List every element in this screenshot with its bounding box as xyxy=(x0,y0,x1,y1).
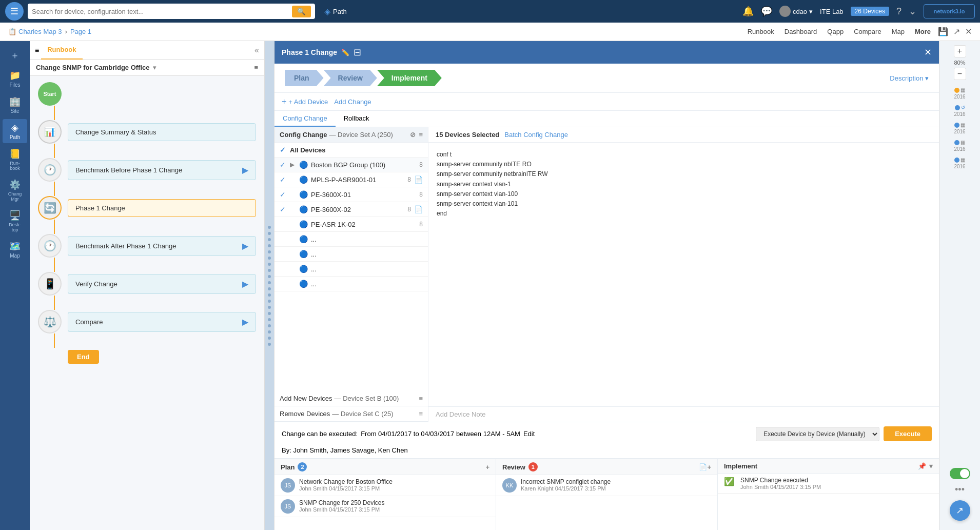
device-row-peasr[interactable]: ✓ 🔵 PE-ASR 1K-02 8 xyxy=(275,217,428,232)
runbook-menu-icon[interactable]: ≡ xyxy=(254,64,258,71)
device-group-boston[interactable]: ✓ ▶ 🔵 Boston BGP Group (100) 8 xyxy=(275,158,428,172)
verify-expand[interactable]: ▶ xyxy=(242,279,248,289)
hamburger-menu[interactable]: ☰ xyxy=(5,2,24,21)
save-icon[interactable]: 💾 xyxy=(938,27,948,36)
rollback-tab[interactable]: Rollback xyxy=(336,111,378,127)
plan-add-icon[interactable]: + xyxy=(485,463,489,471)
breadcrumb-page[interactable]: Page 1 xyxy=(70,28,91,35)
close-button[interactable]: ✕ xyxy=(924,47,932,58)
timeline-event-3[interactable]: ▦ 2016 xyxy=(954,122,965,134)
nav-compare[interactable]: Compare xyxy=(854,28,881,35)
timeline-event-4[interactable]: ▦ 2016 xyxy=(954,140,965,152)
phase1-label[interactable]: Phase 1 Change xyxy=(68,199,256,217)
execute-mode-select[interactable]: Execute Device by Device (Manually) xyxy=(756,427,879,441)
map-nav-icon: 🗺️ xyxy=(9,241,21,252)
device-list-header: Config Change — Device Set A (250) ⊘ ≡ xyxy=(275,127,428,143)
description-link[interactable]: Description ▾ xyxy=(890,74,929,82)
runbook-panel: ≡ Runbook « Change SNMP for Cambridge Of… xyxy=(30,41,265,530)
help-icon[interactable]: ? xyxy=(896,6,901,17)
all-devices-row[interactable]: ✓ All Devices xyxy=(275,143,428,158)
change-summary-label[interactable]: Change Summary & Status xyxy=(68,123,256,141)
implement-dropdown-icon[interactable]: ▾ xyxy=(929,462,933,470)
more-options-icon[interactable]: ••• xyxy=(955,484,965,495)
benchmark-after-expand[interactable]: ▶ xyxy=(242,241,248,251)
plan-comment-title-2: SNMP Change for 250 Devices xyxy=(299,499,489,506)
breadcrumb-map[interactable]: Charles Map 3 xyxy=(18,28,62,35)
sidebar-item-map[interactable]: 🗺️ Map xyxy=(3,238,27,262)
remove-devices-menu[interactable]: ≡ xyxy=(419,410,423,418)
expand-icon[interactable]: ⌄ xyxy=(909,6,916,17)
config-change-tab[interactable]: Config Change xyxy=(275,111,336,127)
remove-devices-section[interactable]: Remove Devices — Device Set C (25) ≡ xyxy=(275,406,428,422)
device-row-more4[interactable]: ✓ 🔵 ... xyxy=(275,277,428,291)
runbook-dropdown-icon[interactable]: ▾ xyxy=(153,64,156,71)
benchmark-before-expand[interactable]: ▶ xyxy=(242,165,248,175)
devices-badge[interactable]: 26 Devices xyxy=(851,7,889,16)
runbook-tab[interactable]: Runbook xyxy=(41,41,82,60)
zoom-out-button[interactable]: − xyxy=(954,68,966,80)
sidebar-item-add[interactable]: ＋ xyxy=(3,46,27,65)
plan-comment-title-1: Network Change for Boston Office xyxy=(299,478,489,485)
step-plan[interactable]: Plan xyxy=(285,70,324,86)
toggle-switch[interactable] xyxy=(950,468,970,479)
execute-by: By: John Smith, James Savage, Ken Chen xyxy=(282,446,408,454)
zoom-in-button[interactable]: + xyxy=(954,45,966,57)
phase-edit-icon[interactable]: ✏️ xyxy=(341,49,349,56)
execute-edit-link[interactable]: Edit xyxy=(523,430,535,438)
share-icon[interactable]: ↗ xyxy=(953,27,960,36)
sidebar-item-change[interactable]: ⚙️ ChangMgr xyxy=(3,176,27,205)
close-icon[interactable]: ✕ xyxy=(965,27,972,36)
messages-icon[interactable]: 💬 xyxy=(761,6,772,17)
nav-runbook[interactable]: Runbook xyxy=(748,28,774,35)
fab-action-button[interactable]: ↗ xyxy=(950,500,970,521)
search-input[interactable] xyxy=(32,8,292,15)
minimize-button[interactable]: ⊟ xyxy=(354,47,361,58)
verify-label[interactable]: Verify Change ▶ xyxy=(68,274,256,294)
sidebar-item-path[interactable]: ◈ Path xyxy=(3,119,27,143)
timeline-event-1[interactable]: ▦ 2016 xyxy=(954,87,965,100)
collapse-button[interactable]: « xyxy=(254,46,259,55)
device-row-pe3600x02[interactable]: ✓ 🔵 PE-3600X-02 8 📄 xyxy=(275,202,428,217)
execute-button[interactable]: Execute xyxy=(884,426,932,441)
device-row-more1[interactable]: ✓ 🔵 ... xyxy=(275,232,428,247)
review-add-icon[interactable]: 📄+ xyxy=(699,463,711,471)
implement-pin-icon[interactable]: 📌 xyxy=(918,462,926,470)
timeline-event-5[interactable]: ▦ 2016 xyxy=(954,157,965,169)
user-menu[interactable]: cdao ▾ xyxy=(779,6,813,17)
step-review[interactable]: Review xyxy=(324,70,377,86)
add-device-button[interactable]: + + Add Device xyxy=(282,97,328,106)
device-row-more3[interactable]: ✓ 🔵 ... xyxy=(275,262,428,277)
device-row-mpls[interactable]: ✓ 🔵 MPLS-P-ASR9001-01 8 📄 xyxy=(275,172,428,187)
implement-comment-title-1: SNMP Change executed xyxy=(740,477,933,484)
path-button[interactable]: ◈ Path xyxy=(324,7,347,16)
device-list-menu-icon[interactable]: ≡ xyxy=(419,131,423,139)
filter-icon[interactable]: ⊘ xyxy=(410,131,416,139)
nav-dashboard[interactable]: Dashboard xyxy=(785,28,817,35)
compare-label[interactable]: Compare ▶ xyxy=(68,312,256,332)
batch-config-link[interactable]: Batch Config Change xyxy=(504,131,568,139)
nav-more[interactable]: More xyxy=(915,28,931,35)
sidebar-item-site[interactable]: 🏢 Site xyxy=(3,93,27,117)
step-implement[interactable]: Implement xyxy=(377,70,442,86)
add-new-devices-menu[interactable]: ≡ xyxy=(419,395,423,402)
nav-map[interactable]: Map xyxy=(892,28,905,35)
benchmark-after-label[interactable]: Benchmark After Phase 1 Change ▶ xyxy=(68,236,256,256)
device-row-more2[interactable]: ✓ 🔵 ... xyxy=(275,247,428,262)
more3-icon: 🔵 xyxy=(299,265,308,273)
timeline-event-2[interactable]: ↺ 2016 xyxy=(954,105,965,117)
add-device-note[interactable]: Add Device Note xyxy=(428,406,939,422)
plan-badge: 2 xyxy=(298,462,307,472)
sidebar-item-files[interactable]: 📁 Files xyxy=(3,67,27,91)
compare-expand[interactable]: ▶ xyxy=(242,317,248,327)
runbook-icon: 📒 xyxy=(9,148,21,160)
add-new-devices-section[interactable]: Add New Devices — Device Set B (100) ≡ xyxy=(275,391,428,406)
nav-qapp[interactable]: Qapp xyxy=(827,28,844,35)
sidebar-item-desktop[interactable]: 🖥️ Desk-top xyxy=(3,207,27,235)
sidebar-item-runbook[interactable]: 📒 Run-book xyxy=(3,145,27,174)
runbook-title: Change SNMP for Cambridge Office xyxy=(36,64,150,71)
search-button[interactable]: 🔍 xyxy=(292,6,311,17)
benchmark-before-label[interactable]: Benchmark Before Phase 1 Change ▶ xyxy=(68,160,256,180)
add-change-button[interactable]: Add Change xyxy=(334,98,371,106)
device-row-pe3600x01[interactable]: ✓ 🔵 PE-3600X-01 8 xyxy=(275,187,428,202)
notifications-icon[interactable]: 🔔 xyxy=(742,6,754,17)
